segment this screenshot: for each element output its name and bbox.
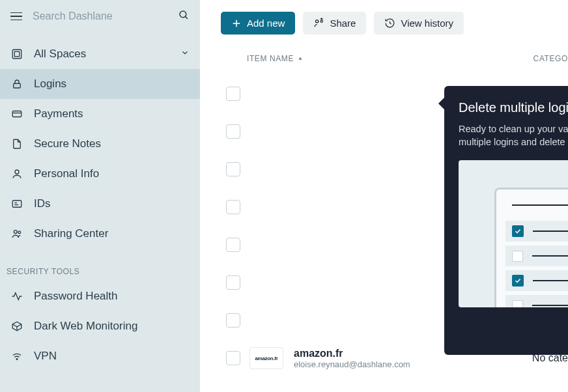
share-icon xyxy=(313,18,324,29)
tooltip-body: Ready to clean up your vault? You can no… xyxy=(459,123,568,148)
share-label: Share xyxy=(330,18,356,29)
sidebar-item-secure-notes[interactable]: Secure Notes xyxy=(0,129,200,159)
card-icon xyxy=(10,107,23,120)
note-icon xyxy=(10,137,23,150)
onboarding-tooltip: Delete multiple logins at once Ready to … xyxy=(444,86,568,355)
svg-point-7 xyxy=(15,170,19,174)
svg-point-18 xyxy=(316,20,319,23)
checkbox-icon xyxy=(512,251,523,262)
add-new-label: Add new xyxy=(247,18,285,29)
sidebar-nav: All Spaces Logins Payments Secure Notes xyxy=(0,33,200,371)
svg-marker-21 xyxy=(299,57,302,60)
sidebar-item-vpn[interactable]: VPN xyxy=(0,341,200,371)
row-checkbox[interactable] xyxy=(226,275,240,290)
sidebar-item-label: Payments xyxy=(34,107,190,120)
checkbox-checked-icon xyxy=(512,275,524,287)
tooltip-illustration xyxy=(459,160,568,307)
spaces-icon xyxy=(10,48,23,61)
sidebar-item-label: VPN xyxy=(34,350,190,363)
column-header-item-name[interactable]: ITEM NAME xyxy=(247,54,304,63)
chevron-down-icon xyxy=(180,48,190,61)
tooltip-title: Delete multiple logins at once xyxy=(459,100,568,115)
person-icon xyxy=(10,167,23,180)
item-text: amazon.fr eloise.reynaud@dashlane.com xyxy=(294,348,410,369)
svg-rect-2 xyxy=(12,49,21,59)
search-icon[interactable] xyxy=(178,9,190,23)
row-checkbox[interactable] xyxy=(226,351,240,365)
svg-point-15 xyxy=(16,359,18,360)
sidebar-item-label: Dark Web Monitoring xyxy=(34,320,190,333)
svg-rect-3 xyxy=(14,51,20,57)
column-header-category[interactable]: CATEGO xyxy=(533,54,568,63)
history-icon xyxy=(384,18,395,29)
wifi-icon xyxy=(10,350,23,363)
sidebar-item-ids[interactable]: IDs xyxy=(0,189,200,219)
row-checkbox[interactable] xyxy=(226,162,240,176)
search-input[interactable] xyxy=(33,10,169,22)
toolbar: Add new Share View history xyxy=(221,12,568,35)
sidebar-item-label: Sharing Center xyxy=(34,227,190,240)
sidebar: All Spaces Logins Payments Secure Notes xyxy=(0,0,200,392)
people-icon xyxy=(10,227,23,240)
table-header: ITEM NAME CATEGO xyxy=(221,54,568,63)
sidebar-item-label: Secure Notes xyxy=(34,137,190,150)
menu-icon[interactable] xyxy=(10,10,23,23)
sidebar-item-password-health[interactable]: Password Health xyxy=(0,281,200,311)
security-tools-header: SECURITY TOOLS xyxy=(0,249,200,281)
sidebar-item-sharing-center[interactable]: Sharing Center xyxy=(0,219,200,249)
sidebar-item-dark-web[interactable]: Dark Web Monitoring xyxy=(0,311,200,341)
add-new-button[interactable]: Add new xyxy=(221,12,295,35)
sidebar-item-logins[interactable]: Logins xyxy=(0,69,200,99)
svg-rect-5 xyxy=(12,111,21,117)
sidebar-item-all-spaces[interactable]: All Spaces xyxy=(0,39,200,69)
row-checkbox[interactable] xyxy=(226,124,240,139)
sidebar-item-personal-info[interactable]: Personal Info xyxy=(0,159,200,189)
sidebar-item-label: Personal Info xyxy=(34,167,190,180)
item-title: amazon.fr xyxy=(294,348,410,359)
pulse-icon xyxy=(10,290,23,303)
row-checkbox[interactable] xyxy=(226,238,240,252)
item-subtitle: eloise.reynaud@dashlane.com xyxy=(294,359,410,369)
sidebar-item-label: IDs xyxy=(34,197,190,210)
sidebar-item-payments[interactable]: Payments xyxy=(0,99,200,129)
share-button[interactable]: Share xyxy=(303,12,366,35)
cube-icon xyxy=(10,320,23,333)
svg-point-11 xyxy=(14,231,17,234)
row-checkbox[interactable] xyxy=(226,200,240,214)
svg-point-0 xyxy=(180,11,186,18)
sidebar-item-label: All Spaces xyxy=(34,48,170,61)
main-content: Add new Share View history ITEM NAME CAT… xyxy=(200,0,568,392)
id-icon xyxy=(10,197,23,210)
checkbox-icon xyxy=(512,300,523,308)
lock-icon xyxy=(10,77,23,91)
row-checkbox[interactable] xyxy=(226,87,240,101)
svg-point-12 xyxy=(18,231,21,234)
sidebar-item-label: Password Health xyxy=(34,290,190,303)
history-label: View history xyxy=(401,18,453,29)
sidebar-item-label: Logins xyxy=(34,77,190,91)
item-logo: amazon.fr xyxy=(249,347,283,369)
svg-rect-4 xyxy=(14,83,21,88)
svg-rect-8 xyxy=(12,201,21,208)
plus-icon xyxy=(231,18,242,29)
view-history-button[interactable]: View history xyxy=(374,12,464,35)
sidebar-header xyxy=(0,0,200,33)
svg-line-1 xyxy=(185,16,188,19)
checkbox-checked-icon xyxy=(512,225,524,237)
svg-point-19 xyxy=(321,20,323,22)
sort-asc-icon xyxy=(297,55,304,62)
row-checkbox[interactable] xyxy=(226,313,240,328)
